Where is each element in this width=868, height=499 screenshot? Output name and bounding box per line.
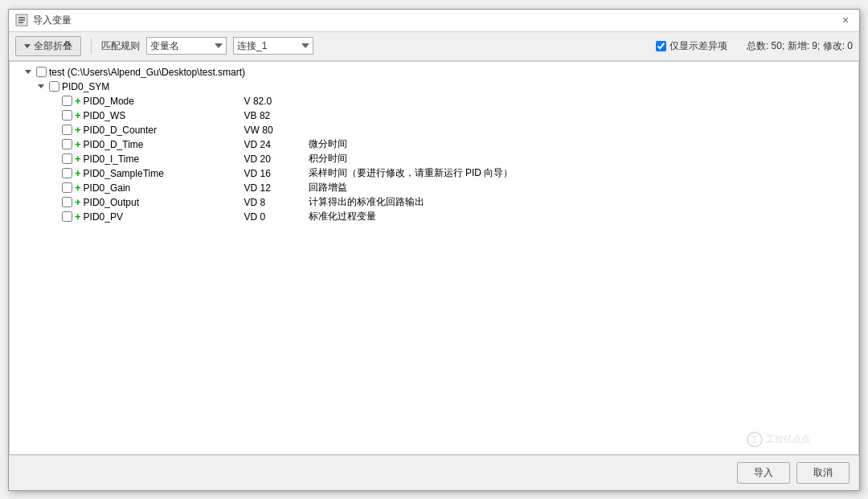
connection-select[interactable]: 连接_1 [233,37,313,55]
expand-icon-pid0sym[interactable] [35,81,47,92]
label-pid0ws: PID0_WS [84,110,244,121]
plus-icon-pid0pv: + [75,211,81,223]
title-bar: 导入变量 × [9,10,859,32]
expand-icon-pid0mode [48,96,59,107]
plus-icon-pid0dtime: + [75,138,81,150]
label-pid0itime: PID0_I_Time [84,153,244,165]
dialog-icon [15,14,28,27]
expand-icon-root[interactable] [23,67,34,78]
checkbox-pid0ws[interactable] [62,110,72,121]
checkbox-pid0output[interactable] [62,197,72,207]
label-pid0dcounter: PID0_D_Counter [84,125,244,136]
plus-icon-pid0gain: + [75,182,81,194]
var-name-select[interactable]: 变量名 [146,37,227,55]
dialog-title: 导入变量 [33,14,72,27]
label-pid0dtime: PID0_D_Time [84,139,244,150]
pid0sym-label: PID0_SYM [62,81,223,92]
collapse-all-button[interactable]: 全部折叠 [15,36,81,56]
label-pid0pv: PID0_PV [84,211,244,223]
checkbox-pid0mode[interactable] [62,96,72,106]
plus-icon-pid0output: + [75,196,81,208]
type-pid0gain: VD 12 [244,182,309,194]
type-pid0dtime: VD 24 [244,139,309,150]
comment-pid0output: 计算得出的标准化回路输出 [309,195,424,209]
type-pid0output: VD 8 [244,197,309,208]
label-pid0mode: PID0_Mode [84,96,244,107]
plus-icon-pid0sampletime: + [75,167,81,179]
match-rule-label: 匹配规则 [101,39,140,53]
collapse-icon [24,44,31,48]
import-button[interactable]: 导入 [737,462,790,484]
type-pid0mode: V 82.0 [244,96,309,107]
checkbox-pid0dtime[interactable] [62,139,72,149]
comment-pid0sampletime: 采样时间（要进行修改，请重新运行 PID 向导） [309,166,514,180]
label-pid0sampletime: PID0_SampleTime [84,168,244,179]
import-variable-dialog: 导入变量 × 全部折叠 匹配规则 变量名 连接_1 仅显示差异项 总数: 50;… [8,9,860,491]
toolbar: 全部折叠 匹配规则 变量名 连接_1 仅显示差异项 总数: 50; 新增: 9;… [9,32,859,61]
tree-row-pid0mode[interactable]: + PID0_Mode V 82.0 [10,94,858,108]
checkbox-root[interactable] [36,67,47,77]
tree-row-pid0sampletime[interactable]: + PID0_SampleTime VD 16 采样时间（要进行修改，请重新运行… [10,166,858,181]
plus-icon-pid0mode: + [75,95,81,107]
stats-label: 总数: 50; 新增: 9; 修改: 0 [747,39,853,53]
checkbox-pid0itime[interactable] [62,153,72,164]
close-button[interactable]: × [838,13,853,27]
comment-pid0dtime: 微分时间 [309,137,347,151]
tree-row-pid0itime[interactable]: + PID0_I_Time VD 20 积分时间 [10,152,858,166]
separator-1 [91,38,92,54]
comment-pid0itime: 积分时间 [309,152,347,166]
checkbox-pid0pv[interactable] [62,211,72,222]
type-pid0itime: VD 20 [244,153,309,165]
type-pid0dcounter: VW 80 [244,125,309,136]
comment-pid0pv: 标准化过程变量 [309,210,376,223]
checkbox-pid0sampletime[interactable] [62,168,72,178]
tree-row-pid0gain[interactable]: + PID0_Gain VD 12 回路增益 [10,181,858,195]
title-bar-left: 导入变量 [15,14,72,27]
tree-row-pid0sym[interactable]: PID0_SYM [10,80,858,94]
tree-row-pid0output[interactable]: + PID0_Output VD 8 计算得出的标准化回路输出 [10,195,858,210]
tree-row-pid0pv[interactable]: + PID0_PV VD 0 标准化过程变量 [10,210,858,224]
plus-icon-pid0ws: + [75,109,81,121]
type-pid0sampletime: VD 16 [244,168,309,179]
checkbox-pid0gain[interactable] [62,182,72,193]
main-content[interactable]: test (C:\Users\Alpend_Gu\Desktop\test.sm… [9,61,859,455]
plus-icon-pid0itime: + [75,153,81,165]
cancel-button[interactable]: 取消 [796,462,850,484]
tree-row-pid0ws[interactable]: + PID0_WS VB 82 [10,108,858,123]
plus-icon-pid0dcounter: + [75,124,81,136]
footer: 导入 取消 [9,455,859,490]
type-pid0pv: VD 0 [244,211,309,223]
tree-row-pid0dtime[interactable]: + PID0_D_Time VD 24 微分时间 [10,137,858,152]
label-pid0gain: PID0_Gain [84,182,244,194]
show-diff-label: 仅显示差异项 [669,39,727,53]
root-label: test (C:\Users\Alpend_Gu\Desktop\test.sm… [49,67,245,78]
tree-row-pid0dcounter[interactable]: + PID0_D_Counter VW 80 [10,123,858,137]
tree-area: test (C:\Users\Alpend_Gu\Desktop\test.sm… [10,62,858,454]
type-pid0ws: VB 82 [244,110,309,121]
show-diff-area: 仅显示差异项 [656,39,727,53]
tree-row-root[interactable]: test (C:\Users\Alpend_Gu\Desktop\test.sm… [10,65,858,80]
label-pid0output: PID0_Output [84,197,244,208]
checkbox-pid0sym[interactable] [49,81,59,92]
comment-pid0gain: 回路增益 [309,181,347,194]
checkbox-pid0dcounter[interactable] [62,125,72,135]
show-diff-checkbox[interactable] [656,41,666,51]
